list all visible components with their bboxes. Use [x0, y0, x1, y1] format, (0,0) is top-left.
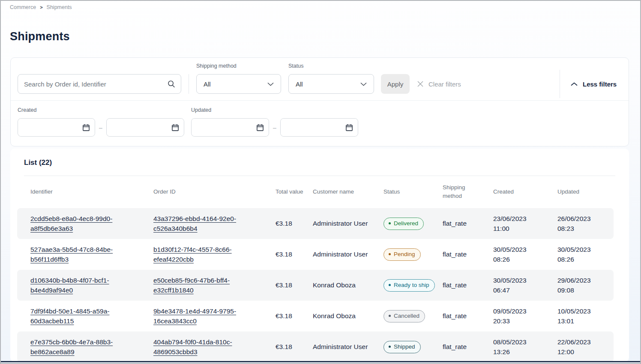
- customer-name: Konrad Oboza: [313, 311, 383, 321]
- customer-name: Administrator User: [313, 249, 383, 259]
- status-dot-icon: [389, 222, 391, 224]
- breadcrumb-shipments: Shipments: [47, 4, 72, 10]
- created-value: 09/05/2023 20:33: [493, 306, 537, 326]
- column-header-identifier: Identifier: [30, 188, 153, 196]
- shipping-method-label: Shipping method: [196, 63, 237, 69]
- order-id-link[interactable]: e50ceb85-f9c6-47b6-bff4-e32cff1b1840: [153, 277, 230, 294]
- status-select[interactable]: All: [288, 74, 374, 94]
- status-filter-value: All: [296, 81, 303, 88]
- created-value: 30/05/2023 06:47: [493, 275, 537, 295]
- list-title: List (22): [24, 158, 52, 167]
- column-header-status: Status: [383, 188, 443, 196]
- identifier-link[interactable]: 7df9f4bd-50e1-4845-a59a-60d3acbeb115: [30, 307, 109, 325]
- less-filters-label: Less filters: [583, 81, 617, 88]
- filter-divider: [560, 70, 560, 98]
- created-value: 23/06/2023 11:00: [493, 214, 537, 234]
- column-header-updated: Updated: [557, 188, 614, 196]
- column-header-total-value: Total value: [276, 188, 313, 196]
- close-icon: [417, 81, 424, 87]
- shipments-list-panel: List (22) Identifier Order ID Total valu…: [10, 149, 629, 362]
- page-title: Shipments: [10, 30, 70, 43]
- status-dot-icon: [389, 315, 391, 317]
- table-row: 2cdd5eb8-e8a0-4ec8-99d0-a8f5db6e3a63 43a…: [17, 208, 614, 239]
- status-badge: Shipped: [383, 341, 421, 353]
- table-row: d106340b-b4b8-4f07-bcf1-b4e4d9af94e0 e50…: [17, 270, 614, 301]
- identifier-link[interactable]: d106340b-b4b8-4f07-bcf1-b4e4d9af94e0: [30, 277, 109, 294]
- breadcrumb: Commerce > Shipments: [10, 4, 72, 10]
- range-separator: –: [273, 118, 276, 137]
- chevron-up-icon: [571, 82, 578, 86]
- table-body: 2cdd5eb8-e8a0-4ec8-99d0-a8f5db6e3a63 43a…: [17, 208, 614, 362]
- updated-value: 22/06/2023 12:00: [557, 337, 601, 357]
- shipping-method-value: flat_rate: [443, 342, 493, 352]
- search-icon[interactable]: [167, 80, 176, 88]
- status-dot-icon: [389, 346, 391, 348]
- status-label: Pending: [394, 250, 415, 259]
- created-from-field: [18, 118, 95, 137]
- column-header-customer-name: Customer name: [313, 188, 383, 196]
- bottom-bar: [1, 361, 640, 362]
- updated-value: 10/05/2023 13:01: [557, 306, 601, 326]
- shipping-method-select[interactable]: All: [196, 74, 281, 94]
- status-badge: Cancelled: [383, 310, 425, 322]
- customer-name: Administrator User: [313, 342, 383, 352]
- identifier-link[interactable]: 2cdd5eb8-e8a0-4ec8-99d0-a8f5db6e3a63: [30, 215, 112, 232]
- table-row: e7e375cb-6b0b-4e7a-88b3-be862ace8a89 404…: [17, 331, 614, 362]
- status-filter-label: Status: [288, 63, 303, 69]
- breadcrumb-commerce[interactable]: Commerce: [10, 4, 36, 10]
- total-value: €3.18: [276, 218, 313, 228]
- created-value: 08/05/2023 13:26: [493, 337, 537, 357]
- calendar-icon[interactable]: [256, 124, 264, 131]
- order-id-link[interactable]: b1d30f12-7f4c-4557-8c66-efeaf4220cbb: [153, 246, 232, 263]
- column-header-order-id: Order ID: [153, 188, 276, 196]
- status-label: Shipped: [394, 343, 415, 351]
- column-header-created: Created: [493, 188, 557, 196]
- status-badge: Ready to ship: [383, 279, 435, 292]
- clear-filters-button[interactable]: Clear filters: [417, 74, 461, 94]
- status-label: Ready to ship: [394, 281, 429, 289]
- range-separator: –: [99, 118, 102, 137]
- order-id-link[interactable]: 9b4e3478-1e4d-4974-9795-16cea3843cc0: [153, 307, 236, 325]
- shipping-method-value: flat_rate: [443, 218, 493, 228]
- status-label: Cancelled: [394, 312, 419, 320]
- updated-label: Updated: [191, 107, 211, 113]
- updated-value: 29/06/2023 09:08: [557, 275, 601, 295]
- updated-from-field: [191, 118, 269, 137]
- updated-to-field: [280, 118, 358, 137]
- shipping-method-value: flat_rate: [443, 280, 493, 290]
- updated-value: 26/06/2023 08:23: [557, 214, 601, 234]
- order-id-link[interactable]: 404ab794-f0f0-41da-810c-4869053cbbd3: [153, 338, 232, 355]
- created-value: 30/05/2023 08:26: [493, 245, 537, 265]
- status-badge: Delivered: [383, 218, 424, 230]
- total-value: €3.18: [276, 342, 313, 352]
- total-value: €3.18: [276, 311, 313, 321]
- column-header-shipping-method: Shipping method: [443, 183, 493, 201]
- customer-name: Administrator User: [313, 218, 383, 228]
- calendar-icon[interactable]: [171, 124, 179, 131]
- status-dot-icon: [389, 253, 391, 255]
- clear-filters-label: Clear filters: [428, 81, 461, 88]
- apply-button[interactable]: Apply: [381, 74, 410, 94]
- total-value: €3.18: [276, 249, 313, 259]
- order-id-link[interactable]: 43a37296-ebbd-4164-92e0-c526a340b6b4: [153, 215, 236, 232]
- shipping-method-value: flat_rate: [443, 249, 493, 259]
- search-input[interactable]: [18, 74, 181, 94]
- status-label: Delivered: [394, 219, 418, 228]
- status-badge: Pending: [383, 248, 421, 261]
- customer-name: Konrad Oboza: [313, 280, 383, 290]
- updated-value: 30/05/2023 08:26: [557, 245, 601, 265]
- identifier-link[interactable]: e7e375cb-6b0b-4e7a-88b3-be862ace8a89: [30, 338, 113, 355]
- table-row: 7df9f4bd-50e1-4845-a59a-60d3acbeb115 9b4…: [17, 301, 614, 331]
- status-dot-icon: [389, 284, 391, 286]
- table-header-row: Identifier Order ID Total value Customer…: [17, 176, 614, 208]
- calendar-icon[interactable]: [82, 124, 90, 131]
- chevron-down-icon: [267, 82, 274, 86]
- filters-panel: Shipping method All Status All Apply: [10, 57, 629, 146]
- filter-divider: [189, 74, 189, 94]
- identifier-link[interactable]: 527aae3a-5b5d-47c8-84be-b56f11d6ffb3: [30, 246, 113, 263]
- chevron-down-icon: [360, 82, 367, 86]
- calendar-icon[interactable]: [345, 124, 353, 131]
- created-label: Created: [18, 107, 36, 113]
- shipping-method-value: All: [204, 81, 211, 88]
- less-filters-toggle[interactable]: Less filters: [571, 74, 617, 94]
